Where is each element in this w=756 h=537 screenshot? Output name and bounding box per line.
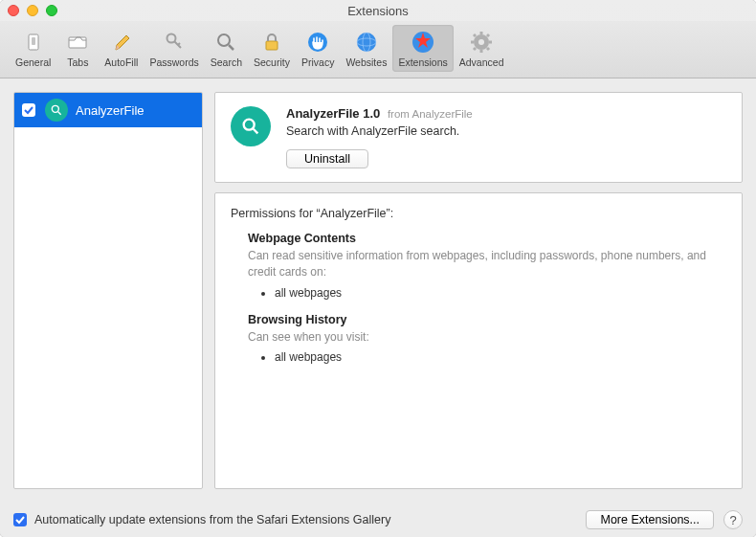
svg-point-7 — [357, 33, 376, 52]
tab-websites[interactable]: Websites — [340, 25, 392, 72]
help-button[interactable]: ? — [723, 510, 743, 529]
tab-label: Tabs — [67, 56, 88, 68]
svg-point-14 — [244, 120, 255, 130]
tab-privacy[interactable]: Privacy — [296, 25, 340, 72]
titlebar: Extensions — [0, 0, 756, 21]
hand-icon — [304, 29, 331, 56]
permissions-header: Permissions for “AnalyzerFile”: — [231, 207, 726, 220]
extension-icon — [231, 106, 271, 146]
auto-update-label: Automatically update extensions from the… — [34, 513, 390, 526]
extension-details: AnalyzerFile 1.0 from AnalyzerFile Searc… — [214, 92, 743, 183]
permission-bullet: all webpages — [275, 286, 726, 300]
pencil-icon — [108, 29, 135, 56]
tab-label: Websites — [345, 56, 387, 68]
extension-icon — [45, 99, 68, 122]
tab-label: Extensions — [398, 56, 447, 68]
permission-desc: Can see when you visit: — [248, 329, 726, 346]
tab-advanced[interactable]: Advanced — [454, 25, 510, 72]
extension-title: AnalyzerFile 1.0 — [286, 106, 380, 121]
tabs-icon — [64, 29, 91, 56]
footer: Automatically update extensions from the… — [0, 503, 756, 537]
tab-general[interactable]: General — [10, 25, 56, 72]
lock-icon — [258, 29, 285, 56]
permission-list: all webpages — [275, 286, 726, 300]
permissions-panel: Permissions for “AnalyzerFile”: Webpage … — [214, 192, 743, 489]
svg-point-4 — [218, 34, 230, 46]
svg-rect-2 — [69, 37, 86, 48]
main-panel: AnalyzerFile 1.0 from AnalyzerFile Searc… — [214, 92, 743, 489]
extension-description: Search with AnalyzerFile search. — [286, 124, 473, 138]
list-item[interactable]: AnalyzerFile — [14, 93, 202, 127]
svg-rect-5 — [266, 41, 278, 50]
globe-icon — [353, 29, 380, 56]
permission-desc: Can read sensitive information from webp… — [248, 248, 726, 280]
extension-author: from AnalyzerFile — [388, 108, 473, 120]
svg-point-13 — [52, 105, 58, 112]
permission-section-history: Browsing History Can see when you visit:… — [248, 313, 726, 365]
checkbox-icon[interactable] — [13, 513, 27, 526]
extension-name: AnalyzerFile — [76, 103, 145, 118]
permission-title: Webpage Contents — [248, 232, 726, 245]
extension-info: AnalyzerFile 1.0 from AnalyzerFile Searc… — [286, 106, 473, 168]
permission-list: all webpages — [275, 350, 726, 364]
tab-label: Advanced — [459, 56, 504, 68]
toolbar: General Tabs AutoFill Passwords Search — [0, 21, 756, 78]
preferences-window: Extensions General Tabs AutoFill Passwor… — [0, 0, 756, 537]
extension-title-row: AnalyzerFile 1.0 from AnalyzerFile — [286, 106, 473, 121]
extensions-list: AnalyzerFile — [13, 92, 203, 489]
key-icon — [161, 29, 188, 56]
window-title: Extensions — [0, 4, 756, 18]
tab-tabs[interactable]: Tabs — [56, 25, 99, 72]
tab-label: AutoFill — [104, 56, 138, 68]
search-icon — [212, 29, 239, 56]
tab-label: Privacy — [301, 56, 334, 68]
svg-rect-1 — [32, 37, 35, 45]
tab-security[interactable]: Security — [248, 25, 296, 72]
permission-section-webpage: Webpage Contents Can read sensitive info… — [248, 232, 726, 300]
tab-label: General — [15, 56, 51, 68]
tab-label: Passwords — [149, 56, 198, 68]
tab-label: Search — [211, 56, 242, 68]
more-extensions-button[interactable]: More Extensions... — [586, 510, 714, 529]
permission-bullet: all webpages — [275, 350, 726, 364]
tab-passwords[interactable]: Passwords — [144, 25, 204, 72]
tab-extensions[interactable]: Extensions — [392, 25, 453, 72]
puzzle-icon — [410, 29, 436, 56]
gear-icon — [468, 29, 495, 56]
switch-icon — [20, 29, 47, 56]
uninstall-button[interactable]: Uninstall — [286, 149, 368, 168]
svg-point-12 — [478, 39, 484, 45]
tab-label: Security — [254, 56, 290, 68]
tab-search[interactable]: Search — [205, 25, 248, 72]
checkbox-icon[interactable] — [22, 103, 35, 117]
content-area: AnalyzerFile AnalyzerFile 1.0 from Analy… — [0, 78, 756, 503]
permission-title: Browsing History — [248, 313, 726, 326]
tab-autofill[interactable]: AutoFill — [99, 25, 144, 72]
